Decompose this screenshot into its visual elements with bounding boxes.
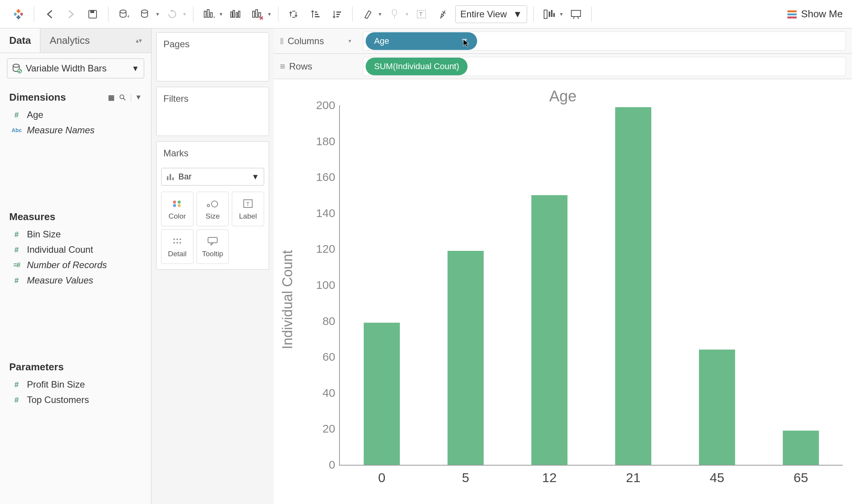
group-button[interactable]: ▼ xyxy=(385,5,409,23)
field-type-icon: # xyxy=(12,111,22,119)
updown-icon: ▴▾ xyxy=(136,37,142,44)
field-item[interactable]: =#Number of Records xyxy=(9,257,142,273)
tableau-logo-icon[interactable] xyxy=(9,5,28,23)
field-label: Number of Records xyxy=(27,260,107,270)
highlight-button[interactable]: ▼ xyxy=(359,5,383,23)
duplicate-button[interactable] xyxy=(226,5,245,23)
svg-rect-18 xyxy=(233,10,235,17)
svg-point-53 xyxy=(178,204,181,207)
svg-point-43 xyxy=(13,64,19,67)
field-item[interactable]: #Profit Bin Size xyxy=(9,377,142,392)
svg-rect-38 xyxy=(553,13,555,17)
label-mark-button[interactable]: T Label xyxy=(232,192,264,226)
datasource-name: Variable Width Bars xyxy=(26,63,106,74)
field-item[interactable]: #Bin Size xyxy=(9,227,142,242)
columns-shelf-label: ⦀Columns ▼ xyxy=(280,36,357,46)
datasource-select[interactable]: Variable Width Bars ▼ xyxy=(7,58,144,78)
svg-point-55 xyxy=(211,201,218,207)
fit-dropdown-label: Entire View xyxy=(460,9,507,20)
size-mark-button[interactable]: Size xyxy=(196,192,229,226)
svg-rect-49 xyxy=(172,177,174,180)
svg-rect-19 xyxy=(236,13,238,17)
x-tick-label: 21 xyxy=(626,465,641,485)
field-item[interactable]: AbcMeasure Names xyxy=(9,123,142,138)
save-button[interactable] xyxy=(83,5,102,23)
svg-text:+: + xyxy=(127,13,129,19)
detail-mark-button[interactable]: Detail xyxy=(161,229,193,264)
svg-rect-36 xyxy=(549,12,550,17)
field-label: Individual Count xyxy=(27,244,93,255)
svg-rect-27 xyxy=(315,14,318,15)
y-tick-label: 60 xyxy=(323,350,340,363)
svg-point-60 xyxy=(180,239,181,240)
sort-asc-button[interactable] xyxy=(306,5,324,23)
x-tick-label: 0 xyxy=(378,465,386,485)
view-as-table-icon[interactable]: ▦ xyxy=(108,93,115,102)
svg-point-45 xyxy=(120,95,124,99)
fit-dropdown[interactable]: Entire View ▼ xyxy=(455,5,527,23)
svg-rect-15 xyxy=(210,13,212,17)
y-tick-label: 160 xyxy=(316,171,340,184)
svg-point-52 xyxy=(173,204,176,207)
y-tick-label: 200 xyxy=(316,99,340,112)
columns-shelf[interactable]: ⦀Columns ▼ Age ▼ xyxy=(274,28,852,54)
chart-bar[interactable] xyxy=(783,431,819,465)
y-tick-label: 80 xyxy=(323,315,340,328)
sort-desc-button[interactable] xyxy=(328,5,346,23)
pause-updates-button[interactable]: ▼ xyxy=(136,5,160,23)
columns-pill-age[interactable]: Age ▼ xyxy=(366,32,477,50)
svg-point-63 xyxy=(180,242,181,244)
rows-shelf[interactable]: ≡Rows SUM(Individual Count) xyxy=(274,54,852,79)
search-fields-icon[interactable] xyxy=(119,94,126,101)
svg-rect-7 xyxy=(17,17,20,18)
parameters-header: Parameters xyxy=(9,361,142,373)
field-item[interactable]: #Measure Values xyxy=(9,273,142,288)
svg-rect-1 xyxy=(17,10,20,12)
clear-button[interactable]: ▼ xyxy=(248,5,272,23)
tab-analytics[interactable]: Analytics▴▾ xyxy=(40,28,151,53)
svg-rect-42 xyxy=(787,17,797,18)
refresh-button[interactable]: ▼ xyxy=(163,5,187,23)
show-labels-button[interactable]: T xyxy=(412,5,431,23)
svg-point-59 xyxy=(176,239,178,240)
svg-point-51 xyxy=(178,201,181,204)
chart-bar[interactable] xyxy=(448,251,484,465)
y-tick-label: 40 xyxy=(323,386,340,400)
forward-button[interactable] xyxy=(62,5,80,23)
svg-rect-14 xyxy=(207,10,209,17)
mark-type-select[interactable]: Bar ▼ xyxy=(161,168,264,186)
rows-shelf-label: ≡Rows xyxy=(280,61,357,72)
y-tick-label: 20 xyxy=(323,422,340,435)
field-item[interactable]: #Individual Count xyxy=(9,242,142,257)
presentation-mode-button[interactable] xyxy=(567,5,585,23)
field-item[interactable]: #Top Customers xyxy=(9,392,142,408)
y-tick-label: 0 xyxy=(329,458,340,471)
back-button[interactable] xyxy=(40,5,59,23)
new-datasource-button[interactable]: + xyxy=(115,5,133,23)
field-item[interactable]: #Age xyxy=(9,107,142,123)
svg-rect-21 xyxy=(253,11,255,17)
show-me-button[interactable]: Show Me xyxy=(787,8,843,20)
tooltip-mark-button[interactable]: Tooltip xyxy=(196,229,229,264)
chart-bar[interactable] xyxy=(531,195,567,465)
chart-bar[interactable] xyxy=(699,350,735,465)
color-mark-button[interactable]: Color xyxy=(161,192,193,226)
field-label: Profit Bin Size xyxy=(27,379,85,390)
rows-pill-individual-count[interactable]: SUM(Individual Count) xyxy=(366,58,468,75)
filters-card[interactable]: Filters xyxy=(156,87,269,136)
show-me-icon xyxy=(787,9,797,20)
chart-bar[interactable] xyxy=(615,107,651,465)
swap-button[interactable] xyxy=(285,5,303,23)
show-cards-button[interactable]: ▼ xyxy=(540,5,564,23)
pages-card[interactable]: Pages xyxy=(156,32,269,81)
cards-panel: Pages Filters Marks Bar ▼ Color xyxy=(151,28,274,504)
svg-rect-64 xyxy=(208,237,217,243)
menu-icon[interactable]: ▼ xyxy=(131,93,142,101)
tab-data[interactable]: Data xyxy=(0,28,40,53)
chart-bar[interactable] xyxy=(364,323,400,465)
new-worksheet-button[interactable]: +▼ xyxy=(200,5,223,23)
field-type-icon: =# xyxy=(12,261,22,269)
plot-area[interactable]: 0204060801001201401601802000512214565 xyxy=(339,105,843,466)
pin-button[interactable] xyxy=(434,5,452,23)
svg-rect-17 xyxy=(231,12,232,17)
